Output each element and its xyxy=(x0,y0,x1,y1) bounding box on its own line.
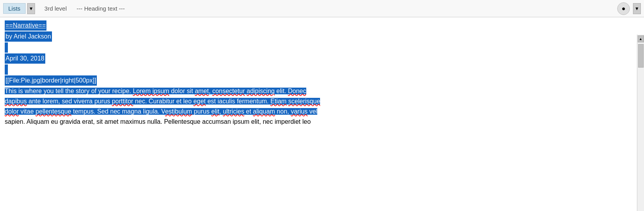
para-dapibus: dapibus xyxy=(5,98,27,105)
para-scelerisque: scelerisque xyxy=(288,98,320,105)
para-vel: vel xyxy=(307,108,317,115)
para-space1 xyxy=(245,88,246,94)
toolbar-right-dropdown-arrow[interactable]: ▼ xyxy=(633,3,641,14)
line-file-embed: [[File:Pie.jpg|border|right|500px]] xyxy=(5,75,632,86)
para-purus: purus xyxy=(192,108,211,115)
para-sapien: sapien. Aliquam eu gravida erat, sit ame… xyxy=(5,118,311,125)
para-consectetur: consectetur xyxy=(212,88,245,94)
empty-selected-1 xyxy=(5,42,8,53)
line-paragraph-2: dapibus ante lorem, sed viverra purus po… xyxy=(5,97,632,106)
toolbar-heading-info: 3rd level --- Heading text --- xyxy=(37,5,125,12)
empty-selected-2 xyxy=(5,64,8,75)
line-empty-1 xyxy=(5,42,632,53)
para-est: est iaculis fermentum. xyxy=(206,98,271,105)
para-adipiscing: adipiscing xyxy=(247,88,275,94)
line-author: by Ariel Jackson xyxy=(5,31,632,42)
para-donec: Donec xyxy=(288,88,306,94)
para-non: non, xyxy=(275,108,291,115)
para-nec: nec. Curabitur et leo xyxy=(133,98,193,105)
para-ultricies: ultricies xyxy=(223,108,244,115)
para-vitae: vitae xyxy=(19,108,36,115)
toolbar: Lists ▼ 3rd level --- Heading text --- ●… xyxy=(0,0,644,17)
para-comma1: , xyxy=(209,88,212,94)
toolbar-circle-button[interactable]: ● xyxy=(617,2,630,15)
para-intro: This is where you tell the story of your… xyxy=(5,88,133,94)
editor-area[interactable]: ==Narrative== by Ariel Jackson April 30,… xyxy=(0,17,644,211)
para-eget: eget xyxy=(193,98,205,105)
line-paragraph-3: dolor vitae pellentesque tempus. Sed nec… xyxy=(5,107,632,116)
line-paragraph-4: sapien. Aliquam eu gravida erat, sit ame… xyxy=(5,117,632,127)
narrative-heading: ==Narrative== xyxy=(5,20,46,31)
para-aliquam: aliquam xyxy=(253,108,275,115)
para-ante: ante lorem, sed viverra purus xyxy=(27,98,112,105)
toolbar-right: ● xyxy=(617,2,630,15)
line-date: April 30, 2018 xyxy=(5,53,632,64)
line-narrative: ==Narrative== xyxy=(5,20,632,31)
para-amet: amet xyxy=(195,88,209,94)
scrollbar-thumb[interactable] xyxy=(638,44,644,68)
para-elit2: elit xyxy=(211,108,219,115)
para-porttitor: porttitor xyxy=(112,98,133,105)
para-pellentesque: pellentesque xyxy=(35,108,71,115)
para-et: et xyxy=(244,108,253,115)
para-etiam: Etiam xyxy=(270,98,287,105)
para-dolor: dolor sit xyxy=(169,88,195,94)
editor-content[interactable]: ==Narrative== by Ariel Jackson April 30,… xyxy=(0,17,637,130)
circle-icon: ● xyxy=(622,5,625,12)
para-estibulum: estibulum xyxy=(165,108,192,115)
heading-text: --- Heading text --- xyxy=(77,5,125,12)
toolbar-left: Lists ▼ 3rd level --- Heading text --- xyxy=(3,3,125,14)
para-tempus: tempus. Sed nec magna ligula. V xyxy=(71,108,165,115)
para-dolor: dolor xyxy=(5,108,19,115)
scrollbar-up-arrow[interactable]: ▲ xyxy=(638,35,644,42)
line-paragraph-1: This is where you tell the story of your… xyxy=(5,86,632,96)
level-indicator: 3rd level xyxy=(44,5,67,12)
date-text: April 30, 2018 xyxy=(5,53,45,64)
file-embed-text: [[File:Pie.jpg|border|right|500px]] xyxy=(5,75,97,86)
para-comma2: , xyxy=(219,108,223,115)
para-elit1: elit. xyxy=(275,88,288,94)
line-empty-2 xyxy=(5,64,632,75)
para-varius: varius xyxy=(291,108,308,115)
author-text: by Ariel Jackson xyxy=(5,31,52,42)
lists-button[interactable]: Lists xyxy=(3,3,26,14)
lists-dropdown-arrow[interactable]: ▼ xyxy=(27,3,35,14)
scrollbar: ▲ xyxy=(637,35,644,211)
para-lorem: Lorem ipsum xyxy=(133,88,169,94)
